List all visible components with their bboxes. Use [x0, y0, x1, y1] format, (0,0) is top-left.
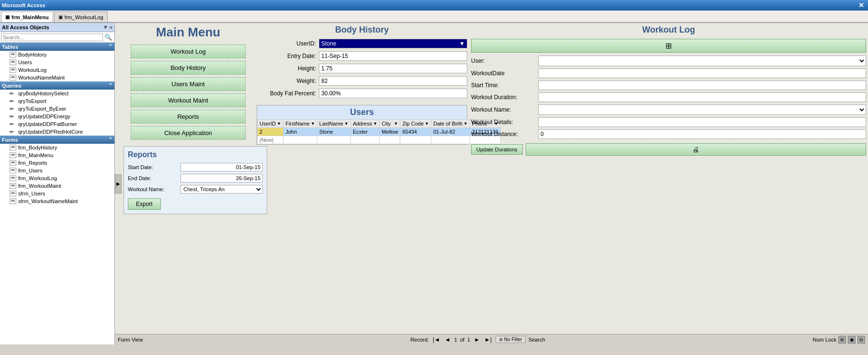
cell-empty [380, 136, 400, 144]
userid-dropdown-icon[interactable]: ▼ [459, 40, 465, 47]
update-durations-button[interactable]: Update Durations [471, 144, 523, 155]
table-row[interactable]: 2 John Stone Ecxter Mellow 65434 01-Jul-… [258, 128, 501, 136]
print-icon: 🖨 [692, 146, 699, 153]
search-input[interactable] [1, 34, 103, 41]
weight-input[interactable] [319, 76, 467, 86]
close-app-button[interactable]: ✕ [857, 1, 866, 9]
sidebar-item-qryupdateddpfatburner[interactable]: ✏ qryUpdateDDPFatBurner [0, 120, 114, 128]
users-maint-button[interactable]: Users Maint [131, 77, 246, 91]
wl-name-select[interactable] [538, 104, 866, 115]
next-record-button[interactable]: ► [473, 336, 481, 343]
workout-log-button[interactable]: Workout Log [131, 45, 246, 58]
first-record-button[interactable]: |◄ [432, 336, 441, 343]
last-record-button[interactable]: ►| [484, 336, 493, 343]
col-header-zipcode[interactable]: Zip Code ▼ [400, 120, 431, 128]
sidebar-item-sfrm-workoutnamemaint[interactable]: sfrm_WorkoutNameMaint [0, 197, 114, 205]
wl-workoutdate-input[interactable] [538, 69, 866, 78]
wl-distance-input[interactable] [538, 129, 866, 139]
section-header-tables[interactable]: Tables ⌃ [0, 43, 114, 51]
col-header-lastname[interactable]: LastName ▼ [317, 120, 350, 128]
sidebar-item-users[interactable]: Users [0, 58, 114, 66]
sort-arrow-zipcode: ▼ [425, 121, 429, 126]
item-label: frm_Users [18, 168, 43, 173]
workout-log-nav-button[interactable]: ⊞ [471, 39, 866, 53]
col-header-city[interactable]: City ▼ [380, 120, 400, 128]
entry-date-input[interactable] [319, 51, 467, 61]
section-header-queries[interactable]: Queries ⌃ [0, 81, 114, 90]
reports-start-date-input[interactable] [180, 163, 263, 172]
wl-user-select[interactable] [538, 56, 866, 66]
sidebar-filter-icon[interactable]: ▼ [102, 24, 108, 31]
sidebar-item-workoutnamemaint[interactable]: WorkoutNameMaint [0, 74, 114, 81]
sidebar-item-sfrm-users[interactable]: sfrm_Users [0, 190, 114, 197]
sort-arrow-dob: ▼ [463, 121, 468, 126]
search-button[interactable]: 🔍 [103, 33, 113, 41]
sidebar-item-frm-workoutlog[interactable]: frm_WorkoutLog [0, 174, 114, 182]
tab-form-icon: ▣ [5, 14, 10, 20]
wl-duration-row: Workout Duration: [471, 92, 866, 102]
cell-dob: 01-Jul-82 [431, 128, 470, 136]
table-icon [10, 67, 16, 73]
status-icon-1[interactable]: ⊞ [838, 336, 846, 344]
body-fat-input[interactable] [319, 89, 467, 98]
sidebar-item-qrytoexportbyexer[interactable]: ✏ qryToExport_ByExer [0, 105, 114, 113]
no-filter-button[interactable]: ⊘ No Filter [496, 336, 526, 343]
section-label-tables: Tables [2, 44, 18, 50]
sidebar: All Access Objects ▼ « 🔍 Tables ⌃ BodyHi… [0, 23, 115, 344]
wl-distance-row: Workout Distance: [471, 129, 866, 139]
sort-arrow-lastname: ▼ [344, 121, 349, 126]
item-label: qryUpdateDDPRedHotCore [18, 129, 83, 135]
status-icon-2[interactable]: ▣ [848, 336, 856, 344]
sidebar-item-frm-workoutmaint[interactable]: frm_WorkoutMaint [0, 182, 114, 190]
sidebar-item-qrytoexport[interactable]: ✏ qryToExport [0, 97, 114, 105]
tab-frm-workoutlog[interactable]: ▣ frm_WorkoutLog [54, 11, 108, 22]
close-application-button[interactable]: Close Application [131, 126, 246, 140]
query-icon: ✏ [10, 91, 16, 96]
reports-title: Reports [128, 150, 263, 159]
wl-details-input[interactable] [538, 117, 866, 127]
tab-frm-mainmenu[interactable]: ▣ frm_MainMenu [1, 11, 53, 22]
sidebar-item-frm-reports[interactable]: frm_Reports [0, 159, 114, 167]
sidebar-collapse-button[interactable]: ▶ [115, 174, 122, 194]
table-row-new[interactable]: (New) [258, 136, 501, 144]
reports-workout-name-select[interactable]: Chest, Triceps An [180, 185, 263, 194]
sidebar-item-frm-mainmenu[interactable]: frm_MainMenu [0, 151, 114, 159]
item-label: qryUpdateDDPFatBurner [18, 121, 77, 127]
col-header-dob[interactable]: Date of Birth ▼ [431, 120, 470, 128]
section-header-forms[interactable]: Forms ⌃ [0, 136, 114, 144]
col-header-address[interactable]: Address ▼ [350, 120, 379, 128]
sidebar-item-workoutlog[interactable]: WorkoutLog [0, 66, 114, 74]
query-icon: ✏ [10, 129, 16, 135]
prev-record-button[interactable]: ◄ [444, 336, 451, 343]
tab-label-mainmenu: frm_MainMenu [11, 14, 49, 20]
record-total: 1 [467, 337, 470, 343]
sidebar-item-frm-bodyhistory[interactable]: frm_BodyHistory [0, 144, 114, 151]
sidebar-item-bodyhistory[interactable]: BodyHistory [0, 51, 114, 58]
weight-row: Weight: [257, 76, 467, 86]
col-header-firstname[interactable]: FirstName ▼ [283, 120, 317, 128]
userid-select[interactable]: Stone ▼ [319, 39, 467, 48]
table-icon [10, 52, 16, 57]
section-label-forms: Forms [2, 137, 18, 143]
height-input[interactable] [319, 64, 467, 73]
sidebar-item-qryupdateddpredhotcore[interactable]: ✏ qryUpdateDDPRedHotCore [0, 128, 114, 136]
tab-label-workoutlog: frm_WorkoutLog [65, 14, 103, 20]
print-button[interactable]: 🖨 [526, 143, 866, 156]
wl-starttime-input[interactable] [538, 80, 866, 90]
main-menu-section: Main Menu Workout Log Body History Users… [124, 25, 253, 142]
status-icon-3[interactable]: ⊟ [857, 336, 865, 344]
sidebar-item-frm-users[interactable]: frm_Users [0, 167, 114, 174]
workout-maint-button[interactable]: Workout Maint [131, 93, 246, 107]
sidebar-item-qryupdateddpenergy[interactable]: ✏ qryUpdateDDPEnergy [0, 113, 114, 120]
export-button[interactable]: Export [128, 198, 161, 210]
col-header-userid[interactable]: UserID ▼ [258, 120, 283, 128]
userid-label: UserID: [257, 40, 319, 47]
reports-button[interactable]: Reports [131, 110, 246, 124]
record-label: Record: [410, 337, 429, 343]
reports-end-date-input[interactable] [180, 174, 263, 183]
reports-workout-name-label: Workout Name: [128, 186, 180, 192]
wl-duration-input[interactable] [538, 92, 866, 102]
sidebar-item-qrybodyhistoryselect[interactable]: ✏ qryBodyHistorySelect [0, 90, 114, 97]
sidebar-collapse-icon[interactable]: « [109, 24, 113, 31]
body-history-button[interactable]: Body History [131, 61, 246, 75]
